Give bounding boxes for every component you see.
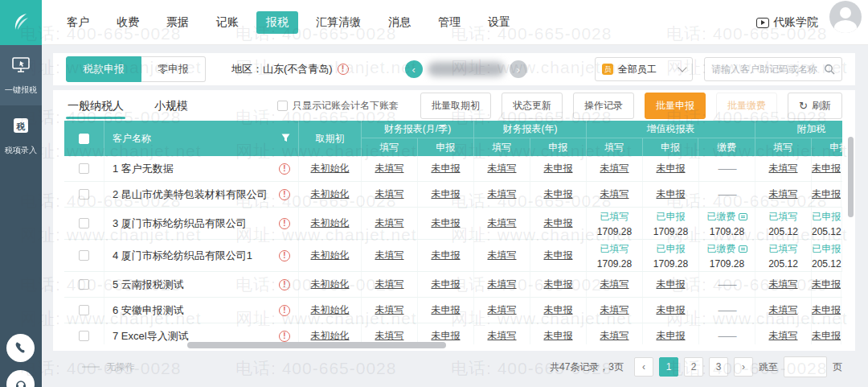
customer-name[interactable]: 7 Excel导入测试 [113, 329, 279, 344]
status-link[interactable]: 未初始化 [311, 249, 350, 262]
row-checkbox[interactable] [79, 331, 89, 341]
status-link[interactable]: 未填写 [769, 187, 798, 201]
nav-item-4[interactable]: 记账 [207, 11, 248, 34]
status-link[interactable]: 未填写 [375, 187, 404, 201]
status-link[interactable]: 未填写 [769, 303, 798, 317]
nav-item-7[interactable]: 消息 [379, 11, 420, 34]
status-link[interactable]: 未申报 [544, 187, 573, 201]
warning-icon[interactable]: ! [338, 64, 349, 75]
status-link[interactable]: 未申报 [432, 216, 461, 230]
row-checkbox[interactable] [79, 189, 89, 200]
sidebar-item-one-click-tax[interactable]: 一键报税 [0, 45, 42, 105]
phone-contact-button[interactable] [6, 334, 35, 362]
status-link[interactable]: 未初始化 [311, 278, 350, 291]
status-link[interactable]: 未填写 [488, 303, 517, 317]
row-checkbox[interactable] [79, 279, 89, 290]
status-link[interactable]: 未申报 [812, 329, 841, 343]
status-link[interactable]: 未填写 [488, 329, 517, 343]
status-link[interactable]: 未申报 [432, 187, 461, 201]
customer-name[interactable]: 6 安徽申报测试 [113, 303, 279, 318]
status-link[interactable]: 未填写 [488, 187, 517, 201]
status-link[interactable]: 未申报 [432, 249, 461, 262]
status-link[interactable]: 未申报 [657, 303, 686, 317]
row-warning-icon[interactable]: ! [279, 250, 290, 261]
batch-pay-button[interactable]: 批量缴费 [716, 93, 777, 119]
status-link[interactable]: 未填写 [375, 303, 404, 317]
status-link[interactable]: 未填写 [488, 278, 517, 291]
status-done[interactable]: 已申报 [812, 242, 841, 256]
status-link[interactable]: 未填写 [600, 303, 629, 317]
status-link[interactable]: 未申报 [432, 303, 461, 317]
status-done[interactable]: 已申报 [812, 210, 841, 224]
status-link[interactable]: 未申报 [812, 162, 841, 175]
status-link[interactable]: 未申报 [812, 187, 841, 201]
status-link[interactable]: 未填写 [600, 187, 629, 201]
row-checkbox[interactable] [79, 250, 89, 261]
row-warning-icon[interactable]: ! [279, 279, 290, 290]
nav-item-1[interactable]: 客户 [57, 11, 99, 34]
nav-item-9[interactable]: 设置 [478, 11, 520, 34]
next-page-button[interactable]: › [734, 357, 753, 377]
batch-declare-button[interactable]: 批量申报 [645, 93, 706, 119]
status-link[interactable]: 未初始化 [311, 303, 350, 317]
status-link[interactable]: 未申报 [544, 216, 573, 230]
batch-initial-button[interactable]: 批量取期初 [420, 93, 491, 119]
status-done[interactable]: 已缴费 [707, 242, 747, 256]
status-link[interactable]: 未申报 [544, 249, 573, 262]
page-button-3[interactable]: 3 [709, 357, 728, 377]
status-link[interactable]: 未申报 [812, 278, 841, 291]
row-checkbox[interactable] [79, 218, 89, 228]
status-link[interactable]: 未填写 [488, 216, 517, 230]
nav-item-5[interactable]: 报税 [256, 11, 298, 34]
status-done[interactable]: 已填写 [600, 242, 629, 256]
customer-name[interactable]: 1 客户无数据 [113, 162, 279, 176]
nav-item-2[interactable]: 收费 [107, 11, 149, 34]
status-link[interactable]: 未申报 [544, 303, 573, 317]
app-logo[interactable] [0, 0, 42, 45]
status-link[interactable]: 未填写 [769, 162, 798, 175]
nav-item-3[interactable]: 票据 [157, 11, 199, 34]
status-link[interactable]: 未填写 [375, 329, 404, 343]
status-link[interactable]: 未申报 [544, 329, 573, 343]
staff-filter-select[interactable]: 员 全部员工 [595, 57, 693, 81]
prev-account-button[interactable]: ‹ [405, 60, 423, 78]
select-all-checkbox[interactable] [79, 134, 89, 144]
status-link[interactable]: 未填写 [375, 249, 404, 262]
jump-page-input[interactable] [784, 356, 827, 377]
status-link[interactable]: 未初始化 [311, 162, 350, 175]
tab-tax-declare[interactable]: 税款申报 [66, 56, 141, 82]
tab-general-taxpayer[interactable]: 一般纳税人 [66, 93, 125, 118]
status-link[interactable]: 未申报 [657, 278, 686, 291]
status-done[interactable]: 已申报 [657, 242, 686, 256]
status-link[interactable]: 未初始化 [311, 187, 350, 201]
accountant-filter-checkbox[interactable]: 只显示记账会计名下账套 [277, 99, 399, 113]
status-link[interactable]: 未申报 [657, 329, 686, 343]
row-warning-icon[interactable]: ! [279, 163, 290, 175]
status-link[interactable]: 未申报 [432, 329, 461, 343]
status-done[interactable]: 已填写 [769, 210, 798, 224]
customer-name[interactable]: 2 昆山市优美特包装材料有限公司 [113, 187, 279, 202]
status-link[interactable]: 未填写 [769, 278, 798, 291]
status-link[interactable]: 未申报 [544, 278, 573, 291]
search-icon[interactable] [824, 64, 835, 75]
headset-support-button[interactable] [6, 370, 35, 387]
status-update-button[interactable]: 状态更新 [502, 93, 563, 119]
status-link[interactable]: 未填写 [488, 249, 517, 262]
status-link[interactable]: 未填写 [769, 329, 798, 343]
search-input[interactable] [711, 64, 824, 75]
page-button-2[interactable]: 2 [684, 357, 703, 377]
horizontal-scrollbar-thumb[interactable] [187, 342, 446, 348]
row-warning-icon[interactable]: ! [279, 305, 290, 316]
tab-zero-declare[interactable]: 零申报 [141, 56, 206, 82]
status-link[interactable]: 未填写 [600, 278, 629, 291]
customer-name[interactable]: 3 厦门市标纶纺织品有限公司 [113, 216, 279, 231]
customer-name[interactable]: 5 云南报税测试 [113, 278, 279, 292]
checkbox-icon[interactable] [277, 101, 288, 111]
status-done[interactable]: 已填写 [600, 210, 629, 224]
status-link[interactable]: 未初始化 [311, 216, 350, 230]
customer-name[interactable]: 4 厦门市标纶纺织品有限公司1 [113, 249, 279, 263]
status-done[interactable]: 已申报 [657, 210, 686, 224]
vertical-scrollbar[interactable] [848, 137, 854, 217]
status-link[interactable]: 未初始化 [311, 329, 350, 343]
row-warning-icon[interactable]: ! [279, 218, 290, 229]
